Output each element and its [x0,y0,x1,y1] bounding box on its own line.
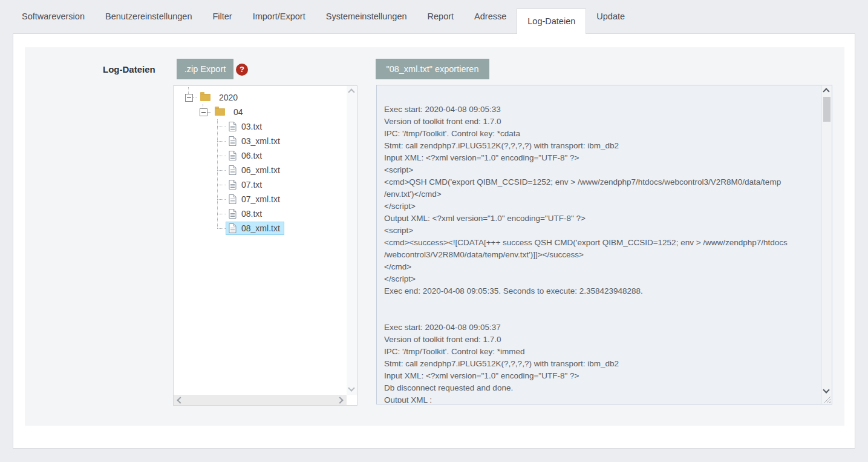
log-vertical-scrollbar[interactable] [821,85,832,404]
tab-adresse[interactable]: Adresse [464,0,517,33]
tree-file-label[interactable]: 06_xml.txt [241,165,280,175]
tree-folder-label[interactable]: 04 [233,107,243,117]
folder-icon [215,108,225,116]
tree-content: 2020 04 03.txt 03_xml.txt 06.txt 06_xml.… [174,90,347,395]
folder-icon [200,94,210,101]
collapse-expander-icon[interactable] [185,94,193,102]
log-content: Exec start: 2020-04-08 09:05:33 Version … [384,104,818,403]
collapse-expander-icon[interactable] [200,108,207,116]
settings-page: Softwareversion Benutzereinstellungen Fi… [0,0,868,462]
scroll-up-icon[interactable] [348,88,354,95]
scroll-right-icon[interactable] [336,397,343,403]
tree-item-file[interactable]: 07_xml.txt [174,192,347,206]
scroll-left-icon[interactable] [177,397,183,403]
tab-benutzereinstellungen[interactable]: Benutzereinstellungen [95,0,203,33]
tree-item-file[interactable]: 03.txt [174,119,347,134]
tree-vertical-scrollbar[interactable] [347,86,357,395]
file-icon [229,136,237,146]
tree-item-file[interactable]: 07.txt [174,177,347,192]
tree-item-file[interactable]: 03_xml.txt [174,134,347,148]
tree-item-file[interactable]: 08.txt [174,206,347,221]
tab-filter[interactable]: Filter [202,0,242,33]
tree-item-file[interactable]: 06.txt [174,148,347,163]
tree-horizontal-scrollbar[interactable] [174,395,347,405]
tab-update[interactable]: Update [586,0,635,33]
resize-grip-icon[interactable] [824,396,830,403]
tree-item-folder-2020[interactable]: 2020 [174,90,347,105]
tree-item-file-selected[interactable]: 08_xml.txt [174,221,347,236]
file-icon [229,209,237,219]
tree-file-label[interactable]: 06.txt [241,151,262,160]
tab-softwareversion[interactable]: Softwareversion [11,0,95,33]
tree-folder-label[interactable]: 2020 [219,93,238,102]
selected-tree-item[interactable]: 08_xml.txt [226,222,284,235]
file-tree: 2020 04 03.txt 03_xml.txt 06.txt 06_xml.… [173,85,357,406]
tree-file-label[interactable]: 07_xml.txt [241,194,280,204]
scroll-up-icon[interactable] [823,88,829,94]
tab-bar: Softwareversion Benutzereinstellungen Fi… [0,0,868,34]
scroll-down-icon[interactable] [823,386,829,393]
file-icon [229,180,237,190]
file-icon [229,122,237,131]
tab-import-export[interactable]: Import/Export [243,0,316,33]
tree-item-folder-04[interactable]: 04 [174,105,347,119]
tree-file-label[interactable]: 08_xml.txt [241,223,280,233]
page-title: Log-Dateien [103,64,155,74]
log-output-textarea[interactable]: Exec start: 2020-04-08 09:05:33 Version … [376,85,832,404]
help-icon[interactable]: ? [236,64,248,76]
zip-export-button[interactable]: .zip Export [177,59,233,79]
file-icon [229,223,237,233]
tab-report[interactable]: Report [417,0,465,33]
file-icon [229,165,237,175]
tab-systemeinstellungen[interactable]: Systemeinstellungen [316,0,417,33]
tree-file-label[interactable]: 07.txt [241,180,262,190]
tree-file-label[interactable]: 08.txt [241,209,262,219]
file-icon [229,151,237,160]
tab-log-dateien[interactable]: Log-Dateien [517,8,586,34]
scroll-down-icon[interactable] [348,384,354,391]
tree-file-label[interactable]: 03.txt [241,122,262,131]
scrollbar-thumb[interactable] [823,97,830,122]
export-selected-file-button[interactable]: "08_xml.txt" exportieren [376,59,489,79]
file-icon [229,194,237,204]
tree-file-label[interactable]: 03_xml.txt [241,136,280,146]
tree-item-file[interactable]: 06_xml.txt [174,163,347,177]
